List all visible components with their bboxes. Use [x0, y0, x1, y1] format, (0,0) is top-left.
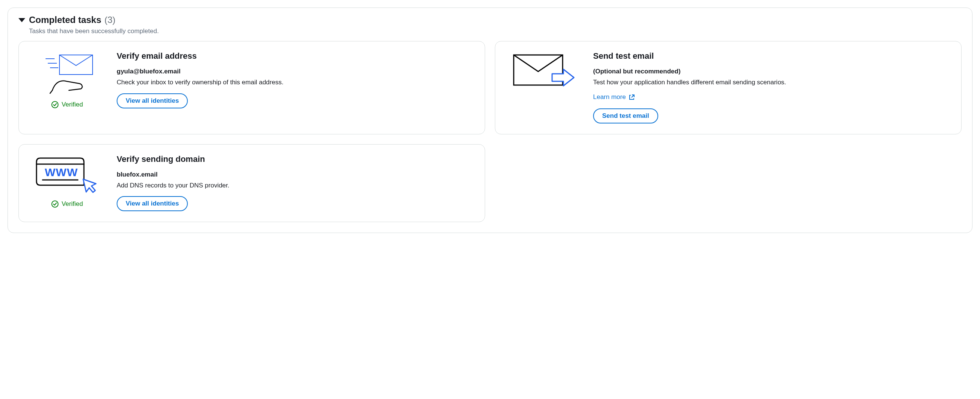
card-title: Send test email: [593, 51, 951, 61]
card-description: Check your inbox to verify ownership of …: [117, 78, 474, 87]
hand-envelope-icon: [39, 53, 95, 94]
card-send-test-email: Send test email (Optional but recommende…: [495, 41, 962, 134]
view-all-identities-button[interactable]: View all identities: [117, 93, 188, 108]
domain-value: bluefox.email: [117, 171, 474, 178]
cards-grid: Verified Verify email address gyula@blue…: [18, 41, 962, 222]
card-verify-domain: WWW Verified Verify sending domain bluef…: [18, 144, 485, 223]
verified-label: Verified: [62, 200, 83, 208]
card-description: Add DNS records to your DNS provider.: [117, 181, 474, 191]
svg-point-4: [52, 102, 58, 108]
caret-down-icon: [18, 18, 25, 22]
send-test-email-button[interactable]: Send test email: [593, 108, 658, 124]
verified-label: Verified: [62, 101, 83, 108]
browser-www-icon: WWW: [35, 156, 99, 194]
svg-text:WWW: WWW: [45, 166, 78, 178]
card-title: Verify email address: [117, 51, 474, 61]
verified-badge: Verified: [51, 101, 83, 108]
external-link-icon: [629, 94, 635, 100]
svg-point-10: [52, 200, 58, 207]
learn-more-label: Learn more: [593, 93, 626, 101]
svg-line-6: [632, 95, 634, 97]
card-subtitle: (Optional but recommended): [593, 68, 951, 75]
card-description: Test how your application handles differ…: [593, 78, 951, 87]
section-subtitle: Tasks that have been successfully comple…: [29, 27, 962, 35]
learn-more-link[interactable]: Learn more: [593, 93, 635, 101]
section-count: (3): [105, 15, 116, 25]
card-verify-email: Verified Verify email address gyula@blue…: [18, 41, 485, 134]
view-all-identities-button[interactable]: View all identities: [117, 196, 188, 211]
check-circle-icon: [51, 200, 59, 208]
email-value: gyula@bluefox.email: [117, 68, 474, 75]
completed-tasks-panel: Completed tasks (3) Tasks that have been…: [8, 8, 972, 233]
card-title: Verify sending domain: [117, 154, 474, 164]
verified-badge: Verified: [51, 200, 83, 208]
section-title: Completed tasks: [29, 15, 101, 25]
check-circle-icon: [51, 101, 59, 108]
completed-tasks-toggle[interactable]: Completed tasks (3): [18, 15, 962, 25]
envelope-arrow-icon: [511, 53, 576, 91]
